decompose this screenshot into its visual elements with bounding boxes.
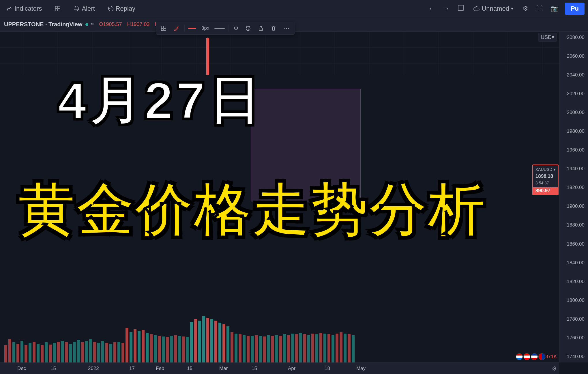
- svg-rect-302: [295, 334, 298, 362]
- time-label-mar: Mar: [219, 366, 228, 371]
- svg-rect-249: [81, 342, 84, 362]
- time-label-2022: 2022: [88, 366, 99, 371]
- svg-rect-287: [235, 334, 237, 362]
- time-axis: Dec 15 2022 17 Feb 15 Mar 15 Apr 18 May …: [0, 362, 559, 374]
- time-label-apr: Apr: [288, 366, 295, 371]
- alert-button[interactable]: Alert: [71, 3, 98, 14]
- time-axis-settings[interactable]: ⚙: [552, 365, 557, 372]
- svg-rect-2: [58, 6, 60, 8]
- price-label-1920: 1920.00: [561, 185, 587, 190]
- lock-icon: [258, 25, 264, 31]
- svg-rect-245: [65, 342, 68, 362]
- svg-rect-243: [57, 342, 60, 362]
- flag-1: [516, 353, 523, 360]
- price-label-1980: 1980.00: [561, 128, 587, 134]
- svg-rect-238: [37, 344, 40, 362]
- toolbar-separator-2: [228, 25, 229, 32]
- price-label-1880: 1880.00: [561, 222, 587, 228]
- time-label-15-dec: 15: [50, 366, 56, 371]
- replay-button[interactable]: Replay: [105, 3, 138, 14]
- snapshot-button[interactable]: 📷: [549, 3, 560, 14]
- price-label-2000: 2000.00: [561, 110, 587, 115]
- publish-button[interactable]: Pu: [565, 3, 585, 15]
- svg-rect-307: [315, 334, 318, 362]
- alert-icon: [74, 5, 80, 12]
- delete-drawing-button[interactable]: [269, 24, 278, 32]
- price-sub: 890.97: [533, 187, 558, 194]
- line-style-button[interactable]: [214, 28, 225, 29]
- svg-rect-290: [247, 336, 250, 362]
- indicators-icon: [6, 5, 13, 12]
- unnamed-button[interactable]: Unnamed ▾: [471, 3, 516, 14]
- svg-rect-251: [89, 339, 92, 362]
- svg-rect-313: [340, 332, 342, 362]
- svg-point-0: [7, 10, 8, 10]
- draw-line-button[interactable]: [172, 24, 181, 32]
- widgets-button[interactable]: [52, 4, 64, 14]
- svg-rect-247: [73, 342, 76, 362]
- svg-rect-253: [97, 343, 100, 362]
- drawing-settings-button[interactable]: ⚙: [232, 24, 240, 33]
- xauusd-label: XAUUSD ▾: [535, 167, 555, 173]
- svg-rect-260: [126, 328, 128, 362]
- select-icon: [161, 25, 166, 31]
- line-thickness-label[interactable]: 3px: [200, 24, 211, 32]
- rectangle-icon: [457, 4, 464, 11]
- price-label-2060: 2060.00: [561, 53, 587, 59]
- svg-rect-294: [263, 336, 266, 362]
- symbol-name: UPPERSTONE · TradingView: [4, 21, 83, 28]
- svg-rect-255: [105, 343, 108, 362]
- svg-rect-283: [218, 323, 221, 362]
- svg-rect-7: [164, 26, 166, 28]
- time-label-17: 17: [129, 366, 135, 371]
- svg-rect-265: [146, 333, 149, 362]
- svg-rect-257: [113, 342, 116, 362]
- svg-rect-300: [287, 335, 290, 362]
- price-main: 1898.18: [535, 173, 555, 180]
- svg-rect-232: [12, 342, 15, 362]
- svg-rect-308: [319, 333, 322, 362]
- svg-rect-272: [174, 335, 177, 362]
- cloud-icon: [473, 5, 480, 12]
- pen-icon: [173, 25, 179, 31]
- svg-rect-242: [53, 343, 56, 362]
- ohlc-high: H1907.03: [127, 21, 150, 27]
- price-label-1820: 1820.00: [561, 279, 587, 285]
- svg-rect-312: [336, 334, 338, 362]
- svg-rect-301: [291, 334, 294, 362]
- alarm-icon: [245, 25, 251, 31]
- svg-rect-231: [8, 339, 11, 362]
- indicators-button[interactable]: Indicators: [3, 3, 45, 14]
- rectangle-button[interactable]: [456, 3, 466, 15]
- flag-2: [523, 353, 530, 360]
- svg-rect-269: [162, 336, 165, 362]
- svg-rect-298: [279, 336, 282, 362]
- svg-rect-262: [134, 329, 136, 362]
- svg-rect-230: [4, 345, 7, 362]
- svg-rect-297: [275, 335, 278, 362]
- undo-button[interactable]: ←: [427, 3, 437, 14]
- svg-rect-277: [194, 319, 197, 362]
- lock-button[interactable]: [256, 24, 265, 32]
- svg-rect-291: [251, 336, 254, 362]
- fullscreen-button[interactable]: ⛶: [535, 3, 544, 14]
- overlay-analysis: 黄金价格走势分析: [17, 173, 486, 249]
- svg-rect-292: [255, 335, 258, 362]
- alert-clock-button[interactable]: [244, 24, 253, 32]
- currency-select[interactable]: USD▾: [538, 33, 557, 42]
- more-options-button[interactable]: ···: [282, 24, 292, 33]
- svg-rect-285: [226, 326, 229, 362]
- widgets-icon: [55, 5, 61, 12]
- svg-rect-6: [161, 26, 163, 28]
- svg-rect-279: [202, 316, 205, 362]
- svg-rect-241: [49, 345, 52, 362]
- price-indicator-container: XAUUSD ▾ 1898.18 3:54:37 890.97: [532, 164, 559, 195]
- redo-button[interactable]: →: [441, 3, 451, 14]
- svg-rect-248: [77, 340, 80, 362]
- price-label-2020: 2020.00: [561, 91, 587, 97]
- select-tool-button[interactable]: [159, 24, 168, 32]
- svg-rect-306: [311, 334, 314, 362]
- global-settings-button[interactable]: ⚙: [521, 3, 530, 14]
- line-color-indicator: [188, 28, 196, 29]
- price-label-1780: 1780.00: [561, 316, 587, 322]
